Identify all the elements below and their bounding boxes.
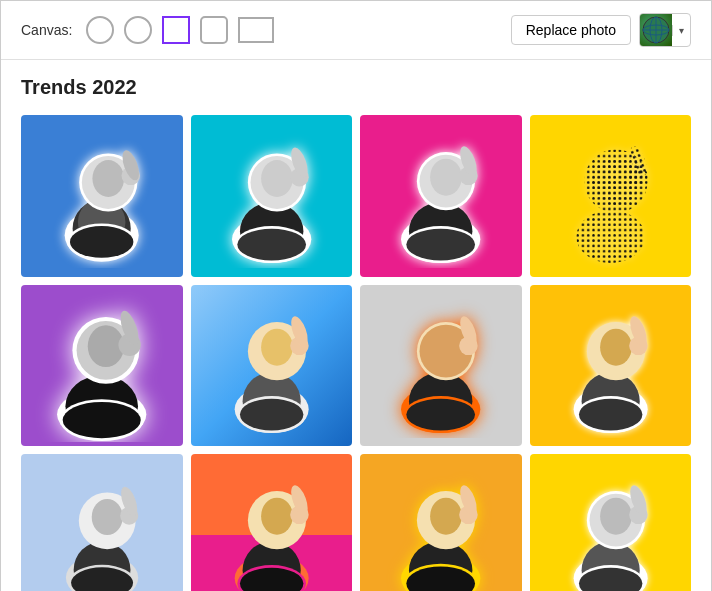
tile-9[interactable] [21,454,183,591]
canvas-label: Canvas: [21,22,72,38]
avatar-dropdown[interactable]: ▾ [639,13,691,47]
section-title: Trends 2022 [21,76,691,99]
svg-point-75 [91,499,122,535]
baby-svg-9 [31,464,173,591]
svg-point-67 [600,328,632,365]
baby-svg-8 [538,293,683,438]
header: Canvas: Replace photo [1,1,711,60]
svg-point-100 [600,498,632,535]
avatar-image [640,14,672,46]
svg-point-47 [63,402,141,438]
main-content: Trends 2022 [1,60,711,591]
tile-2[interactable] [191,115,353,277]
shape-landscape[interactable] [238,17,274,43]
svg-point-14 [70,226,133,258]
replace-photo-label: Replace photo [526,22,616,38]
baby-svg-2 [199,123,344,268]
baby-svg-3 [368,123,513,268]
svg-point-51 [261,328,293,365]
svg-point-83 [261,498,293,535]
baby-svg-1 [29,123,174,268]
svg-point-55 [240,398,303,430]
shape-circle-1[interactable] [86,16,114,44]
shape-circle-2[interactable] [124,16,152,44]
baby-svg-12 [538,462,683,591]
dropdown-arrow[interactable]: ▾ [672,25,690,36]
svg-point-63 [406,398,475,430]
baby-svg-10 [199,462,344,591]
tile-11[interactable] [360,454,522,591]
svg-point-38 [576,210,645,263]
baby-svg-7 [368,293,513,438]
baby-svg-6 [199,293,344,438]
svg-point-10 [93,160,125,197]
globe-icon [642,16,670,44]
shape-rounded[interactable] [200,16,228,44]
svg-point-19 [261,160,293,197]
tile-8[interactable] [530,285,692,447]
tile-12[interactable] [530,454,692,591]
svg-point-28 [430,159,462,196]
baby-svg-5 [25,289,178,442]
tile-10[interactable] [191,454,353,591]
svg-point-71 [579,398,642,430]
tile-4[interactable] [530,115,692,277]
baby-svg-11 [368,462,513,591]
svg-point-23 [237,229,306,261]
canvas-section: Canvas: [21,16,274,44]
trends-grid [21,115,691,591]
tile-1[interactable] [21,115,183,277]
replace-photo-button[interactable]: Replace photo [511,15,631,45]
tile-5[interactable] [21,285,183,447]
svg-point-32 [406,229,475,261]
svg-point-91 [430,498,462,535]
tile-3[interactable] [360,115,522,277]
baby-svg-4 [538,123,683,268]
tile-6[interactable] [191,285,353,447]
tile-7[interactable] [360,285,522,447]
shape-square-selected[interactable] [162,16,190,44]
